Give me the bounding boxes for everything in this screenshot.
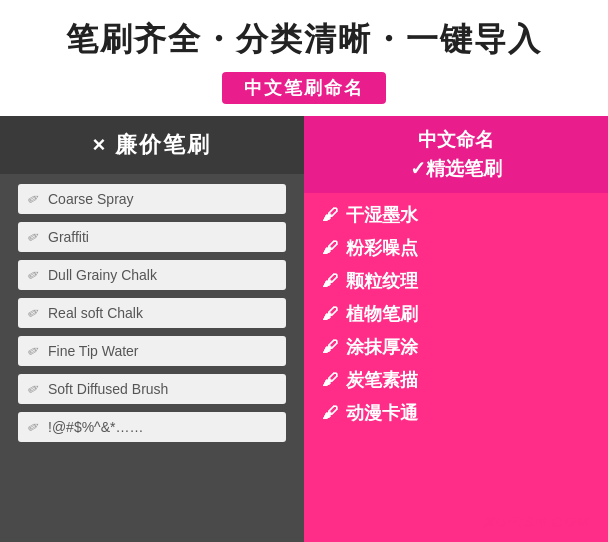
list-item: 🖌 动漫卡通 <box>322 401 590 425</box>
watermark: XURISN.COM <box>484 513 590 530</box>
item-label: 动漫卡通 <box>346 401 418 425</box>
list-item: ✏ !@#$%^&*…… <box>18 412 286 442</box>
main-title: 笔刷齐全・分类清晰・一键导入 <box>66 18 542 62</box>
list-item: 🖌 粉彩噪点 <box>322 236 590 260</box>
left-panel: × 廉价笔刷 ✏ Coarse Spray ✏ Graffiti ✏ Dull … <box>0 116 304 542</box>
list-item: 🖌 颗粒纹理 <box>322 269 590 293</box>
item-label: Graffiti <box>48 229 89 245</box>
brush-icon: 🖌 <box>322 206 338 224</box>
item-label: 涂抹厚涂 <box>346 335 418 359</box>
left-list: ✏ Coarse Spray ✏ Graffiti ✏ Dull Grainy … <box>0 174 304 460</box>
list-item: ✏ Real soft Chalk <box>18 298 286 328</box>
top-section: 笔刷齐全・分类清晰・一键导入 中文笔刷命名 <box>0 0 608 116</box>
list-item: ✏ Soft Diffused Brush <box>18 374 286 404</box>
item-label: Coarse Spray <box>48 191 134 207</box>
list-item: 🖌 涂抹厚涂 <box>322 335 590 359</box>
list-item: ✏ Fine Tip Water <box>18 336 286 366</box>
item-label: Soft Diffused Brush <box>48 381 168 397</box>
item-label: 粉彩噪点 <box>346 236 418 260</box>
item-label: 颗粒纹理 <box>346 269 418 293</box>
right-list: 🖌 干湿墨水 🖌 粉彩噪点 🖌 颗粒纹理 🖌 植物笔刷 🖌 涂抹厚 <box>304 193 608 444</box>
brush-icon: ✏ <box>25 303 43 323</box>
brush-icon: ✏ <box>25 189 43 209</box>
brush-icon: 🖌 <box>322 371 338 389</box>
brush-icon: ✏ <box>25 379 43 399</box>
list-item: ✏ Graffiti <box>18 222 286 252</box>
list-item: 🖌 炭笔素描 <box>322 368 590 392</box>
item-label: Fine Tip Water <box>48 343 139 359</box>
page-wrapper: 笔刷齐全・分类清晰・一键导入 中文笔刷命名 × 廉价笔刷 ✏ Coarse Sp… <box>0 0 608 542</box>
subtitle-badge: 中文笔刷命名 <box>222 72 386 104</box>
brush-icon: 🖌 <box>322 338 338 356</box>
item-label: Dull Grainy Chalk <box>48 267 157 283</box>
content-row: × 廉价笔刷 ✏ Coarse Spray ✏ Graffiti ✏ Dull … <box>0 116 608 542</box>
item-label: !@#$%^&*…… <box>48 419 143 435</box>
left-panel-header: × 廉价笔刷 <box>0 116 304 174</box>
brush-icon: ✏ <box>25 265 43 285</box>
brush-icon: 🖌 <box>322 239 338 257</box>
list-item: 🖌 干湿墨水 <box>322 203 590 227</box>
right-header-line1: 中文命名 <box>304 126 608 155</box>
brush-icon: 🖌 <box>322 305 338 323</box>
right-header-line2: ✓精选笔刷 <box>304 155 608 184</box>
brush-icon: 🖌 <box>322 272 338 290</box>
brush-icon: ✏ <box>25 417 43 437</box>
item-label: 植物笔刷 <box>346 302 418 326</box>
right-panel-header: 中文命名 ✓精选笔刷 <box>304 116 608 193</box>
right-panel: 中文命名 ✓精选笔刷 🖌 干湿墨水 🖌 粉彩噪点 🖌 颗粒纹理 🖌 <box>304 116 608 542</box>
brush-icon: 🖌 <box>322 404 338 422</box>
brush-icon: ✏ <box>25 341 43 361</box>
item-label: 干湿墨水 <box>346 203 418 227</box>
list-item: ✏ Dull Grainy Chalk <box>18 260 286 290</box>
list-item: ✏ Coarse Spray <box>18 184 286 214</box>
item-label: Real soft Chalk <box>48 305 143 321</box>
list-item: 🖌 植物笔刷 <box>322 302 590 326</box>
brush-icon: ✏ <box>25 227 43 247</box>
item-label: 炭笔素描 <box>346 368 418 392</box>
